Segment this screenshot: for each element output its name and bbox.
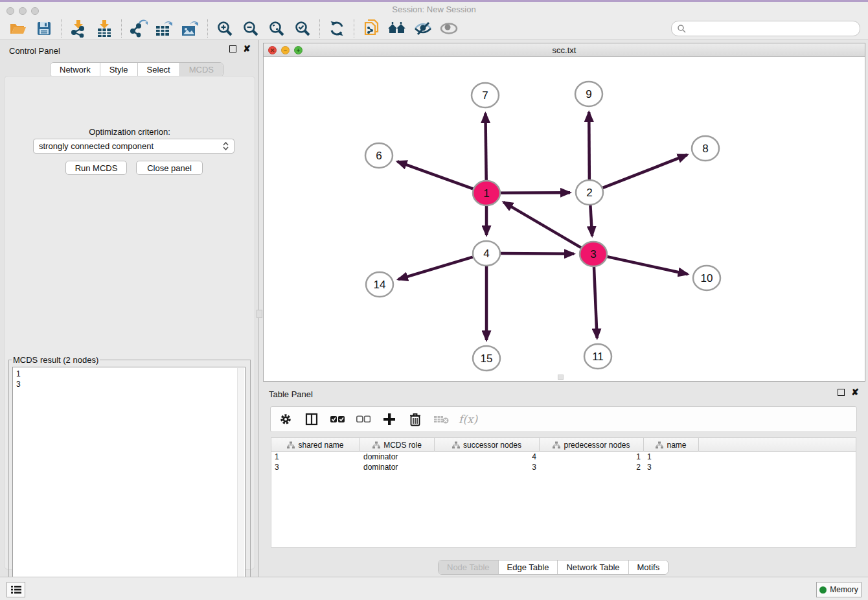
node-1[interactable]: 1 (473, 181, 500, 205)
panel-divider-grip[interactable] (257, 310, 262, 318)
table-cell[interactable]: 3 (271, 462, 360, 472)
column-header-name[interactable]: name (644, 438, 699, 452)
node-7[interactable]: 7 (472, 83, 499, 108)
edge-4-3[interactable] (501, 253, 574, 254)
select-all-button[interactable] (329, 411, 346, 428)
open-recent-network-button[interactable] (358, 19, 384, 38)
zoom-selected-button[interactable] (290, 19, 315, 38)
export-table-button[interactable] (152, 19, 177, 38)
tab-style[interactable]: Style (100, 63, 138, 76)
column-header-successor-nodes[interactable]: successor nodes (435, 438, 540, 452)
node-6[interactable]: 6 (365, 143, 393, 168)
tab-motifs[interactable]: Motifs (629, 560, 668, 574)
hide-panel-button[interactable] (410, 19, 436, 38)
float-table-panel-icon[interactable] (838, 389, 845, 396)
deselect-all-button[interactable] (355, 411, 372, 428)
search-field[interactable] (671, 21, 860, 36)
mcds-result-text[interactable]: 13 (12, 367, 246, 595)
memory-button[interactable]: Memory (816, 582, 862, 597)
create-column-button[interactable] (381, 411, 398, 428)
import-network-icon (70, 19, 87, 38)
table-cell[interactable]: 1 (540, 452, 644, 462)
tab-node-table[interactable]: Node Table (439, 560, 499, 574)
node-14[interactable]: 14 (366, 272, 393, 297)
control-panel-title: Control Panel (9, 46, 60, 56)
result-scrollbar[interactable] (237, 368, 244, 595)
network-window-resize-grip[interactable] (558, 375, 564, 380)
refresh-button[interactable] (324, 19, 350, 38)
control-panel: Control Panel ✘ NetworkStyleSelectMCDS O… (0, 40, 259, 577)
node-11[interactable]: 11 (584, 344, 611, 369)
export-image-button[interactable] (177, 19, 203, 38)
edge-1-7[interactable] (485, 113, 486, 180)
column-header-shared-name[interactable]: shared name (271, 438, 360, 452)
save-session-button[interactable] (31, 19, 57, 38)
edge-2-3[interactable] (590, 205, 592, 236)
table-row[interactable]: 3dominator323 (271, 462, 856, 472)
tab-edge-table[interactable]: Edge Table (499, 560, 558, 574)
show-panel-button[interactable] (436, 19, 462, 38)
network-window-titlebar[interactable]: ✕ − + scc.txt (264, 43, 865, 57)
network-minimize-icon[interactable]: − (281, 46, 290, 54)
function-builder-button[interactable]: f(x) (459, 411, 477, 428)
table-cell[interactable]: 1 (644, 452, 699, 462)
node-4[interactable]: 4 (473, 241, 500, 266)
delete-column-button[interactable] (407, 411, 424, 428)
tab-network[interactable]: Network (51, 63, 100, 76)
node-15[interactable]: 15 (473, 346, 500, 371)
node-10[interactable]: 10 (693, 266, 720, 290)
edge-4-14[interactable] (398, 257, 473, 280)
edge-2-9[interactable] (589, 112, 589, 179)
column-header-MCDS-role[interactable]: MCDS role (360, 438, 435, 452)
edge-1-2[interactable] (501, 192, 570, 193)
home-button[interactable] (384, 19, 410, 38)
search-input[interactable] (689, 22, 860, 35)
node-table[interactable]: shared nameMCDS rolesuccessor nodesprede… (271, 437, 856, 548)
tab-network-table[interactable]: Network Table (558, 560, 628, 574)
node-3[interactable]: 3 (580, 242, 607, 266)
edge-3-10[interactable] (608, 257, 688, 274)
edge-2-8[interactable] (603, 155, 687, 188)
zoom-fit-button[interactable] (264, 19, 290, 38)
criterion-dropdown[interactable]: strongly connected component (33, 139, 234, 154)
table-cell[interactable]: 4 (435, 452, 540, 462)
window-minimize-icon[interactable] (19, 7, 27, 15)
node-8[interactable]: 8 (692, 136, 719, 161)
edge-1-6[interactable] (397, 161, 473, 189)
tab-mcds[interactable]: MCDS (180, 63, 223, 76)
close-table-panel-icon[interactable]: ✘ (851, 389, 859, 396)
network-maximize-icon[interactable]: + (294, 46, 303, 54)
network-graph[interactable]: 7968124314101511 (264, 57, 865, 381)
table-settings-button[interactable] (277, 411, 294, 428)
float-panel-icon[interactable] (229, 45, 236, 52)
network-close-icon[interactable]: ✕ (268, 46, 277, 54)
import-network-button[interactable] (65, 19, 91, 38)
node-9[interactable]: 9 (575, 82, 602, 106)
window-zoom-icon[interactable] (31, 7, 39, 15)
table-row[interactable]: 1dominator411 (271, 452, 856, 462)
table-cell[interactable]: dominator (360, 452, 435, 462)
node-2[interactable]: 2 (576, 180, 603, 205)
import-table-button[interactable] (91, 19, 117, 38)
edge-3-11[interactable] (594, 267, 597, 338)
export-network-button[interactable] (126, 19, 152, 38)
open-session-button[interactable] (5, 19, 31, 38)
table-cell[interactable]: 3 (644, 462, 699, 472)
close-panel-button[interactable]: Close panel (136, 161, 203, 175)
delete-table-button[interactable] (433, 411, 450, 428)
zoom-out-button[interactable] (238, 19, 264, 38)
run-mcds-button[interactable]: Run MCDS (65, 161, 127, 175)
table-cell[interactable]: 2 (540, 462, 644, 472)
task-history-button[interactable] (6, 582, 25, 597)
column-header-predecessor-nodes[interactable]: predecessor nodes (540, 438, 644, 452)
table-cell[interactable]: 1 (271, 452, 360, 462)
table-cell[interactable]: dominator (360, 462, 435, 472)
tab-select[interactable]: Select (138, 63, 180, 76)
table-cell[interactable]: 3 (435, 462, 540, 472)
close-panel-icon[interactable]: ✘ (243, 45, 251, 52)
edge-3-1[interactable] (503, 202, 581, 248)
status-bar: Memory (0, 577, 868, 600)
window-close-icon[interactable] (6, 7, 14, 15)
show-columns-button[interactable] (303, 411, 320, 428)
zoom-in-button[interactable] (212, 19, 238, 38)
